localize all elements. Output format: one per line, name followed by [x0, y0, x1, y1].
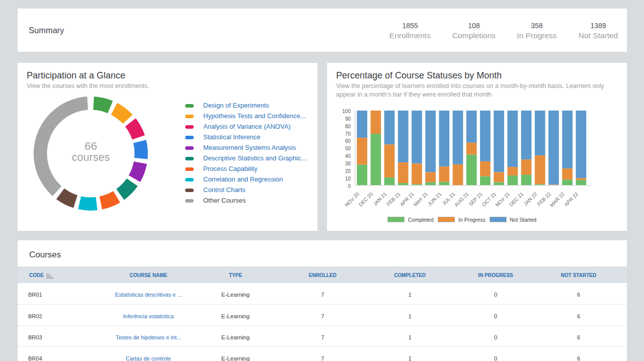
svg-text:60: 60 — [345, 138, 351, 144]
svg-text:NOV 21: NOV 21 — [494, 191, 511, 208]
svg-text:JAN 21: JAN 21 — [372, 191, 388, 207]
svg-text:FEB 21: FEB 21 — [385, 191, 401, 207]
svg-text:100: 100 — [342, 109, 351, 114]
svg-text:10: 10 — [345, 176, 351, 182]
svg-text:80: 80 — [345, 124, 351, 129]
svg-text:MAY 21: MAY 21 — [413, 191, 429, 208]
svg-text:20: 20 — [345, 168, 351, 174]
svg-text:NOV 20: NOV 20 — [344, 191, 360, 208]
svg-text:APR 22: APR 22 — [563, 191, 579, 207]
svg-text:90: 90 — [345, 116, 351, 122]
svg-text:MAR 22: MAR 22 — [549, 191, 566, 208]
svg-text:70: 70 — [345, 131, 351, 137]
svg-text:DEC 20: DEC 20 — [358, 191, 374, 208]
svg-text:50: 50 — [345, 146, 351, 151]
svg-text:AUG 21: AUG 21 — [453, 191, 470, 208]
svg-text:DEC 21: DEC 21 — [508, 191, 525, 208]
svg-text:30: 30 — [345, 161, 351, 166]
svg-text:SEP 21: SEP 21 — [467, 191, 484, 207]
svg-text:JUN 21: JUN 21 — [427, 191, 443, 207]
svg-text:APR 21: APR 21 — [399, 191, 415, 207]
svg-text:JAN 22: JAN 22 — [523, 191, 538, 207]
svg-text:0: 0 — [348, 184, 351, 189]
svg-text:40: 40 — [345, 153, 351, 159]
